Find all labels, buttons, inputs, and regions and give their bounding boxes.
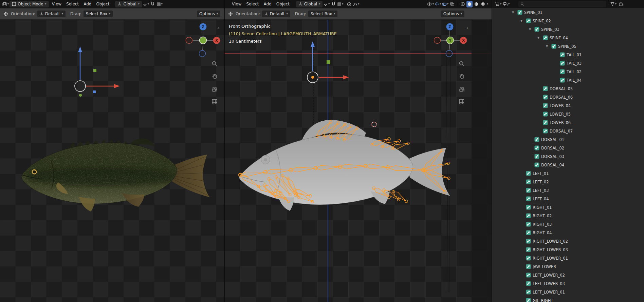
outliner-item-jaw_lower[interactable]: JAW_LOWER xyxy=(492,262,644,271)
camera-view-icon[interactable] xyxy=(458,86,465,93)
outliner-item-right_01[interactable]: RIGHT_01 xyxy=(492,203,644,212)
gizmo-plane-handle-green[interactable] xyxy=(93,69,96,72)
move-gizmo[interactable] xyxy=(307,41,349,83)
active-tool-tweak-icon[interactable] xyxy=(3,11,9,17)
menu-add[interactable]: Add xyxy=(261,2,274,6)
snap-target-dropdown[interactable]: ▾ xyxy=(143,1,149,7)
outliner-item-right_03[interactable]: RIGHT_03 xyxy=(492,220,644,228)
proportional-editing-toggle[interactable] xyxy=(346,1,352,7)
outliner-item-right_02[interactable]: RIGHT_02 xyxy=(492,212,644,220)
expand-triangle-icon[interactable]: ▼ xyxy=(510,11,516,14)
nav-axis-y[interactable] xyxy=(200,37,207,44)
editor-type-outliner-icon[interactable]: ▾ xyxy=(495,1,501,7)
nav-axis-x-neg[interactable] xyxy=(434,37,441,44)
outliner-search[interactable] xyxy=(518,1,606,7)
navigation-gizmo[interactable]: Z X xyxy=(186,23,220,57)
snap-magnet-toggle[interactable] xyxy=(330,1,336,7)
nav-axis-z-neg[interactable] xyxy=(446,51,453,57)
outliner-item-tail_03[interactable]: TAIL_03 xyxy=(492,59,644,67)
display-mode-dropdown[interactable]: ▾ xyxy=(503,1,510,7)
shading-dropdown[interactable]: ▾ xyxy=(487,3,488,5)
outliner-item-dorsal_07[interactable]: DORSAL_07 xyxy=(492,127,644,135)
snap-magnet-toggle[interactable] xyxy=(150,1,156,7)
outliner-item-tail_04[interactable]: TAIL_04 xyxy=(492,76,644,84)
menu-view[interactable]: View xyxy=(229,2,244,6)
nav-axis-x-neg[interactable] xyxy=(186,37,192,44)
outliner-item-spine_04[interactable]: ▼SPINE_04 xyxy=(492,34,644,42)
shading-rendered-button[interactable] xyxy=(480,1,486,7)
outliner-item-dorsal_04[interactable]: DORSAL_04 xyxy=(492,161,644,169)
outliner-item-right_04[interactable]: RIGHT_04 xyxy=(492,228,644,237)
pan-hand-icon[interactable] xyxy=(458,73,465,80)
outliner-item-left_04[interactable]: LEFT_04 xyxy=(492,195,644,203)
menu-add[interactable]: Add xyxy=(81,2,94,6)
drag-mode-dropdown[interactable]: Select Box ▾ xyxy=(84,11,113,17)
outliner-item-spine_02[interactable]: ▼SPINE_02 xyxy=(492,17,644,25)
sidebar-toggle-icon[interactable]: ‹ xyxy=(466,26,468,30)
outliner-item-right_lower_03[interactable]: RIGHT_LOWER_03 xyxy=(492,245,644,254)
move-gizmo[interactable] xyxy=(75,46,120,97)
outliner-item-right_lower_01[interactable]: RIGHT_LOWER_01 xyxy=(492,254,644,262)
outliner-item-left_lower_03[interactable]: LEFT_LOWER_03 xyxy=(492,279,644,288)
orthographic-grid-icon[interactable] xyxy=(458,98,465,105)
options-dropdown[interactable]: Options ▾ xyxy=(197,11,220,17)
orthographic-grid-icon[interactable] xyxy=(211,98,218,105)
outliner-item-left_01[interactable]: LEFT_01 xyxy=(492,169,644,178)
tool-orientation-dropdown[interactable]: Default ▾ xyxy=(262,11,290,17)
outliner-item-left_lower_01[interactable]: LEFT_LOWER_01 xyxy=(492,288,644,296)
outliner-item-dorsal_01[interactable]: DORSAL_01 xyxy=(492,135,644,144)
outliner-item-right_lower_02[interactable]: RIGHT_LOWER_02 xyxy=(492,237,644,245)
menu-object[interactable]: Object xyxy=(94,2,112,6)
outliner-item-tail_02[interactable]: TAIL_02 xyxy=(492,67,644,76)
viewport-canvas-object-mode[interactable]: Z X ‹ xyxy=(0,20,224,302)
nav-axis-z-neg[interactable] xyxy=(199,51,206,57)
shading-material-button[interactable] xyxy=(473,1,479,7)
proportional-falloff-dropdown[interactable]: ▾ xyxy=(353,1,359,7)
options-dropdown[interactable]: Options ▾ xyxy=(441,11,464,17)
outliner-item-lower_05[interactable]: LOWER_05 xyxy=(492,110,644,118)
outliner-item-spine_03[interactable]: ▼SPINE_03 xyxy=(492,25,644,34)
fish-render[interactable] xyxy=(21,139,210,212)
expand-triangle-icon[interactable]: ▼ xyxy=(544,45,550,48)
pan-hand-icon[interactable] xyxy=(211,73,218,80)
snap-settings-dropdown[interactable]: ▾ xyxy=(337,1,343,7)
new-collection-button[interactable] xyxy=(618,1,624,7)
outliner-item-left_lower_02[interactable]: LEFT_LOWER_02 xyxy=(492,271,644,279)
outliner-item-dorsal_02[interactable]: DORSAL_02 xyxy=(492,144,644,152)
filter-dropdown[interactable]: ▾ xyxy=(610,1,617,7)
outliner-item-dorsal_03[interactable]: DORSAL_03 xyxy=(492,152,644,161)
toggle-xray[interactable] xyxy=(449,1,455,7)
outliner-item-tail_01[interactable]: TAIL_01 xyxy=(492,51,644,59)
expand-triangle-icon[interactable]: ▼ xyxy=(519,19,524,22)
gizmo-y-handle[interactable] xyxy=(79,94,82,97)
menu-object[interactable]: Object xyxy=(274,2,292,6)
show-overlays-dropdown[interactable]: ▾ xyxy=(442,1,448,7)
outliner-item-spine_05[interactable]: ▼SPINE_05 xyxy=(492,42,644,51)
drag-mode-dropdown[interactable]: Select Box ▾ xyxy=(308,11,337,17)
shading-solid-button[interactable] xyxy=(466,1,473,7)
outliner-item-gil_right[interactable]: GIL_RIGHT xyxy=(492,296,644,302)
shading-wireframe-button[interactable] xyxy=(460,1,466,7)
menu-select[interactable]: Select xyxy=(244,2,261,6)
outliner-item-spine_01[interactable]: ▼SPINE_01 xyxy=(492,8,644,17)
gizmo-plane-handle-green[interactable] xyxy=(327,60,330,64)
mode-dropdown[interactable]: Object Mode ▾ xyxy=(10,1,49,7)
zoom-icon[interactable] xyxy=(458,60,465,67)
menu-select[interactable]: Select xyxy=(64,2,81,6)
outliner-item-left_02[interactable]: LEFT_02 xyxy=(492,178,644,186)
viewport-canvas-front[interactable]: Z Y X Front Orthographic (110) Scene Col… xyxy=(225,20,492,302)
search-input[interactable] xyxy=(526,2,604,6)
editor-type-3d-viewport-icon[interactable]: ▾ xyxy=(2,1,9,7)
snap-target-dropdown[interactable]: ▾ xyxy=(323,1,330,7)
gizmo-plane-handle-blue[interactable] xyxy=(93,90,96,93)
outliner-item-lower_06[interactable]: LOWER_06 xyxy=(492,118,644,127)
zoom-icon[interactable] xyxy=(211,60,218,67)
outliner-item-left_03[interactable]: LEFT_03 xyxy=(492,186,644,195)
object-visibility-dropdown[interactable]: ▾ xyxy=(427,1,434,7)
transform-orientation-dropdown[interactable]: Global ▾ xyxy=(115,1,142,7)
expand-triangle-icon[interactable]: ▼ xyxy=(536,36,541,39)
show-gizmos-dropdown[interactable]: ▾ xyxy=(435,1,441,7)
snap-settings-dropdown[interactable]: ▾ xyxy=(157,1,163,7)
outliner-item-dorsal_05[interactable]: DORSAL_05 xyxy=(492,84,644,93)
camera-view-icon[interactable] xyxy=(211,86,218,93)
